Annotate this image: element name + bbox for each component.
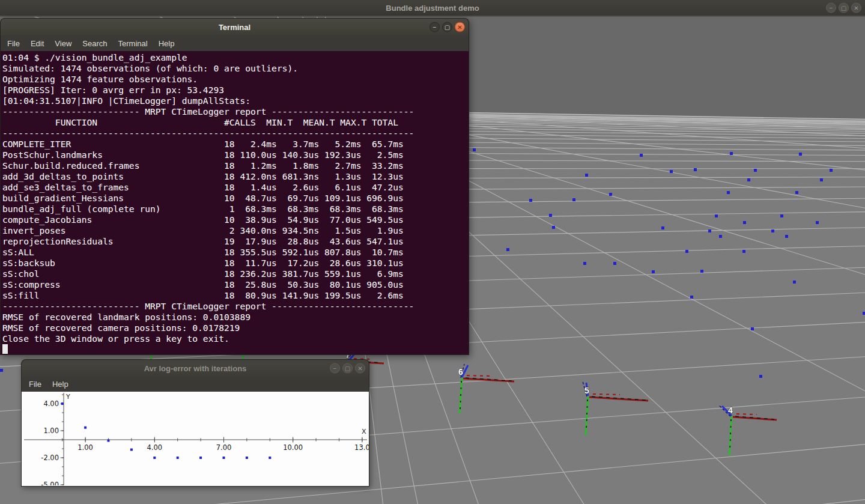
data-point [153, 457, 156, 459]
close-icon[interactable]: ✕ [851, 3, 861, 13]
plot-menu-help[interactable]: Help [47, 380, 74, 389]
terminal-cursor [2, 344, 8, 354]
terminal-menu-search[interactable]: Search [77, 39, 112, 48]
landmark-point [759, 375, 762, 378]
landmark-point [743, 221, 746, 224]
landmark-point [572, 198, 575, 201]
data-point [223, 457, 225, 459]
landmark-point [727, 191, 730, 194]
landmark-point [830, 169, 833, 172]
landmark-point [613, 262, 616, 265]
y-axis-label: Y [65, 393, 70, 401]
data-point [130, 449, 133, 451]
plot-window-buttons: − ▢ ✕ [330, 363, 365, 374]
landmark-point [754, 169, 757, 172]
landmark-point [751, 327, 754, 330]
landmark-point [549, 214, 552, 217]
close-icon[interactable]: ✕ [455, 22, 465, 32]
data-point [84, 427, 86, 429]
terminal-menu-terminal[interactable]: Terminal [113, 39, 153, 48]
data-point [269, 457, 271, 459]
landmark-point [730, 152, 733, 155]
landmark-point [652, 270, 655, 273]
landmark-point [670, 170, 673, 173]
landmark-point [820, 178, 823, 181]
landmark-point [742, 250, 745, 253]
terminal-menu-help[interactable]: Help [153, 39, 180, 48]
plot-window: Avr log-error with iterations − ▢ ✕ File… [21, 359, 369, 487]
landmark-point [0, 369, 3, 372]
scatter-chart: YX4.001.00-2.00-5.001.004.007.0010.0013.… [22, 392, 369, 485]
terminal-menu-edit[interactable]: Edit [25, 39, 49, 48]
y-tick-label: 1.00 [43, 427, 59, 435]
landmark-point [785, 235, 788, 238]
minimize-icon[interactable]: − [826, 3, 836, 13]
data-point [246, 457, 248, 459]
data-point [61, 402, 64, 405]
main-window-titlebar[interactable]: Bundle adjustment demo − ▢ ✕ [0, 0, 865, 17]
close-icon[interactable]: ✕ [355, 363, 365, 374]
data-point [108, 440, 110, 442]
terminal-window-buttons: − ▢ ✕ [429, 22, 465, 32]
landmark-point [747, 178, 750, 181]
minimize-icon[interactable]: − [330, 363, 340, 374]
x-tick-label: 10.00 [283, 443, 303, 452]
landmark-point [715, 214, 718, 217]
landmark-point [640, 154, 643, 157]
plot-menubar: FileHelp [21, 377, 369, 392]
landmark-point [708, 229, 711, 232]
desktop: 7654 Bundle adjustment demo − ▢ ✕ Termin… [0, 0, 865, 504]
landmark-point [685, 250, 688, 253]
camera-label: 6 [458, 367, 463, 377]
maximize-icon[interactable]: ▢ [442, 22, 452, 32]
main-window-buttons: − ▢ ✕ [826, 3, 861, 13]
plot-area: YX4.001.00-2.00-5.001.004.007.0010.0013.… [21, 392, 369, 487]
landmark-point [552, 226, 555, 229]
landmark-point [771, 229, 774, 232]
landmark-point [793, 281, 796, 284]
x-tick-label: 13.0 [354, 443, 369, 452]
terminal-menubar: FileEditViewSearchTerminalHelp [0, 35, 469, 51]
landmark-point [585, 174, 588, 177]
x-tick-label: 4.00 [147, 443, 162, 452]
terminal-output[interactable]: 01:04 $ ./vision_bundle_adj_example Simu… [0, 51, 469, 355]
landmark-point [863, 312, 865, 315]
maximize-icon[interactable]: ▢ [342, 363, 353, 374]
landmark-point [506, 248, 509, 251]
y-tick-label: -2.00 [41, 454, 59, 462]
landmark-point [799, 153, 802, 156]
landmark-point [609, 193, 612, 196]
landmark-point [780, 214, 783, 217]
x-tick-label: 1.00 [77, 443, 93, 452]
landmark-point [795, 191, 798, 194]
y-tick-label: 4.00 [43, 399, 59, 408]
landmark-point [583, 262, 586, 265]
landmark-point [700, 270, 703, 273]
landmark-point [529, 199, 532, 202]
main-window-title: Bundle adjustment demo [386, 4, 479, 13]
camera-label: 5 [584, 386, 589, 395]
terminal-menu-file[interactable]: File [2, 39, 25, 48]
maximize-icon[interactable]: ▢ [839, 3, 849, 13]
terminal-text: 01:04 $ ./vision_bundle_adj_example Simu… [1, 51, 469, 344]
minimize-icon[interactable]: − [429, 22, 440, 32]
x-tick-label: 7.00 [216, 443, 232, 452]
plot-titlebar[interactable]: Avr log-error with iterations − ▢ ✕ [21, 359, 369, 377]
y-tick-label: -5.00 [41, 481, 59, 485]
landmark-point [816, 221, 819, 224]
terminal-window: Terminal − ▢ ✕ FileEditViewSearchTermina… [0, 18, 469, 355]
landmark-point [719, 235, 722, 238]
landmark-point [661, 226, 664, 229]
landmark-point [694, 168, 697, 171]
data-point [199, 457, 202, 459]
camera-label: 4 [728, 405, 733, 415]
plot-title: Avr log-error with iterations [144, 364, 247, 373]
terminal-menu-view[interactable]: View [49, 39, 77, 48]
terminal-title: Terminal [219, 23, 250, 32]
landmark-point [690, 296, 693, 299]
terminal-titlebar[interactable]: Terminal − ▢ ✕ [0, 18, 469, 35]
data-point [177, 457, 179, 459]
x-axis-label: X [362, 428, 366, 436]
plot-menu-file[interactable]: File [23, 380, 47, 389]
landmark-point [473, 148, 476, 151]
